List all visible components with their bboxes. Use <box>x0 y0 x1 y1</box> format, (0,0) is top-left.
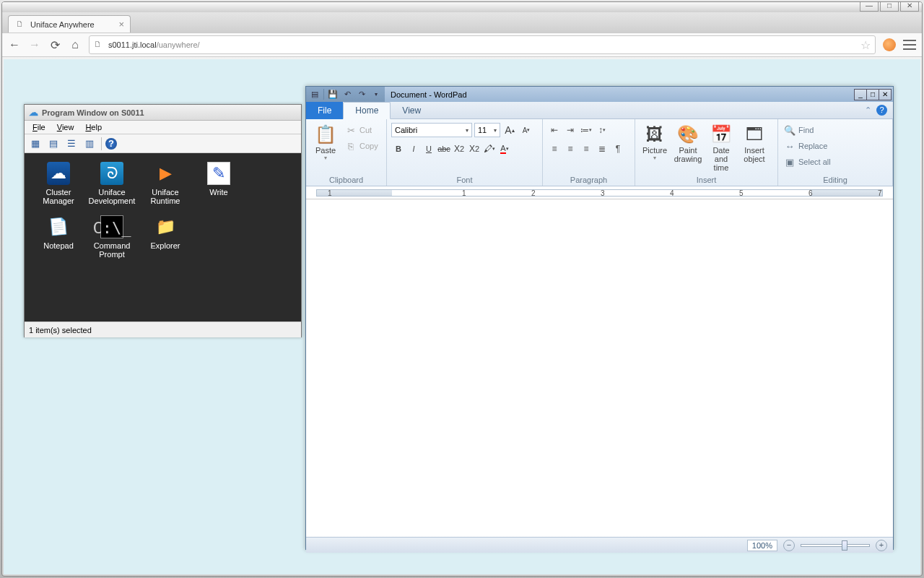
program-window-titlebar[interactable]: ☁ Program Window on S0011 <box>25 105 301 121</box>
shrink-font-icon[interactable]: A▾ <box>519 123 533 137</box>
group-font: Font <box>391 174 538 186</box>
object-icon: 🗔 <box>746 123 763 146</box>
tab-home[interactable]: Home <box>343 102 391 119</box>
italic-button[interactable]: I <box>406 142 421 156</box>
insert-picture-button[interactable]: 🖼Picture▾ <box>640 121 670 163</box>
font-size-select[interactable]: 11▾ <box>474 123 500 137</box>
group-paragraph: Paragraph <box>547 174 630 186</box>
toolbar-separator <box>101 137 102 150</box>
save-icon[interactable]: 💾 <box>327 89 339 100</box>
address-bar[interactable]: 🗋 s0011.jti.local/uanywhere/ ☆ <box>89 35 876 54</box>
browser-close[interactable]: ✕ <box>900 1 919 12</box>
underline-button[interactable]: U <box>422 142 436 156</box>
zoom-out-button[interactable]: − <box>783 540 795 551</box>
grow-font-icon[interactable]: A▴ <box>502 123 517 137</box>
ruler[interactable]: 1 1 2 3 4 5 6 7 <box>306 186 893 199</box>
paragraph-dialog-icon[interactable]: ¶ <box>611 142 625 156</box>
find-button[interactable]: 🔍Find <box>783 123 832 137</box>
browser-tab[interactable]: 🗋 Uniface Anywhere × <box>8 15 131 33</box>
extension-icon[interactable] <box>883 38 896 51</box>
wordpad-titlebar[interactable]: ▤ 💾 ↶ ↷ ▾ Document - WordPad _ □ ✕ <box>306 87 893 102</box>
copy-button[interactable]: ⎘Copy <box>344 139 380 153</box>
qat-dropdown-icon[interactable]: ▾ <box>370 89 382 100</box>
app-cluster-manager[interactable]: ClusterManager <box>32 160 85 214</box>
menu-view[interactable]: View <box>52 122 79 132</box>
wordpad-statusbar: 100% − + <box>306 537 893 553</box>
cloud-icon: ☁ <box>29 107 38 118</box>
increase-indent-icon[interactable]: ⇥ <box>563 123 578 137</box>
program-window-body[interactable]: ClusterManager ᘐUnifaceDevelopment ▶Unif… <box>25 153 301 322</box>
cut-button[interactable]: ✂Cut <box>344 123 380 137</box>
redo-icon[interactable]: ↷ <box>356 89 367 100</box>
view-details[interactable]: ▥ <box>82 137 97 151</box>
select-all-button[interactable]: ▣Select all <box>783 155 832 169</box>
zoom-thumb[interactable] <box>842 540 847 551</box>
wordpad-maximize[interactable]: □ <box>866 89 879 100</box>
align-left-icon[interactable]: ≡ <box>547 142 562 156</box>
decrease-indent-icon[interactable]: ⇤ <box>547 123 562 137</box>
app-command-prompt[interactable]: C:\_CommandPrompt <box>85 214 139 267</box>
browser-titlebar: — □ ✕ <box>2 2 922 12</box>
group-editing: Editing <box>783 174 888 186</box>
app-write[interactable]: ✎Write <box>192 160 245 214</box>
wordpad-close[interactable]: ✕ <box>879 89 892 100</box>
program-window-status: 1 item(s) selected <box>25 322 301 337</box>
app-explorer[interactable]: 📁Explorer <box>139 214 192 267</box>
select-all-icon: ▣ <box>784 157 796 168</box>
paste-button[interactable]: 📋 Paste ▾ <box>310 121 341 163</box>
app-notepad[interactable]: 📄Notepad <box>32 214 85 267</box>
align-center-icon[interactable]: ≡ <box>563 142 578 156</box>
back-button[interactable]: ← <box>8 38 21 51</box>
zoom-slider[interactable] <box>801 544 870 547</box>
tab-view[interactable]: View <box>391 102 432 119</box>
home-button[interactable]: ⌂ <box>69 38 82 51</box>
view-list[interactable]: ☰ <box>64 137 79 151</box>
wordpad-minimize[interactable]: _ <box>854 89 867 100</box>
strike-button[interactable]: abc <box>437 142 451 156</box>
font-color-button[interactable]: A▾ <box>497 142 512 156</box>
highlight-button[interactable]: 🖍▾ <box>482 142 497 156</box>
undo-icon[interactable]: ↶ <box>341 89 353 100</box>
bold-button[interactable]: B <box>391 142 406 156</box>
bullets-icon[interactable]: ≔▾ <box>579 123 593 137</box>
app-uniface-runtime[interactable]: ▶UnifaceRuntime <box>139 160 192 214</box>
palette-icon: 🎨 <box>677 123 699 146</box>
zoom-value[interactable]: 100% <box>747 540 777 551</box>
tab-file[interactable]: File <box>306 102 343 119</box>
browser-minimize[interactable]: — <box>860 1 879 12</box>
date-time-button[interactable]: 📅Date andtime <box>706 121 736 173</box>
replace-button[interactable]: ↔Replace <box>783 139 832 153</box>
app-menu-icon[interactable]: ▤ <box>309 89 321 100</box>
replace-icon: ↔ <box>784 141 796 152</box>
reload-button[interactable]: ⟳ <box>48 38 61 51</box>
insert-object-button[interactable]: 🗔Insertobject <box>739 121 770 165</box>
justify-icon[interactable]: ≣ <box>595 142 609 156</box>
menu-file[interactable]: File <box>27 122 51 132</box>
zoom-in-button[interactable]: + <box>876 540 887 551</box>
menu-help[interactable]: Help <box>80 122 107 132</box>
line-spacing-icon[interactable]: ↕▾ <box>595 123 609 137</box>
group-insert: Insert <box>640 174 773 186</box>
browser-maximize[interactable]: □ <box>880 1 899 12</box>
app-uniface-development[interactable]: ᘐUnifaceDevelopment <box>85 160 139 214</box>
ribbon-help-icon[interactable]: ? <box>876 105 887 116</box>
bookmark-star-icon[interactable]: ☆ <box>860 38 871 52</box>
align-right-icon[interactable]: ≡ <box>579 142 593 156</box>
ribbon-tabs: File Home View ⌃ ? <box>306 102 893 119</box>
font-name-select[interactable]: Calibri▾ <box>391 123 472 137</box>
hamburger-menu-icon[interactable] <box>903 40 916 50</box>
quick-access-toolbar: ▤ 💾 ↶ ↷ ▾ <box>306 87 385 102</box>
browser-tabstrip: 🗋 Uniface Anywhere × <box>2 12 922 33</box>
view-small-icons[interactable]: ▤ <box>45 137 61 151</box>
document-area[interactable] <box>306 199 893 537</box>
paint-drawing-button[interactable]: 🎨Paintdrawing <box>673 121 703 165</box>
subscript-button[interactable]: X2 <box>452 142 466 156</box>
wordpad-title: Document - WordPad <box>385 90 855 99</box>
tab-close-icon[interactable]: × <box>118 19 124 30</box>
tab-title: Uniface Anywhere <box>30 20 95 29</box>
view-large-icons[interactable]: ▦ <box>27 137 43 151</box>
superscript-button[interactable]: X2 <box>467 142 481 156</box>
help-icon[interactable]: ? <box>105 138 117 150</box>
ribbon-collapse-icon[interactable]: ⌃ <box>865 105 871 115</box>
forward-button[interactable]: → <box>28 38 41 51</box>
